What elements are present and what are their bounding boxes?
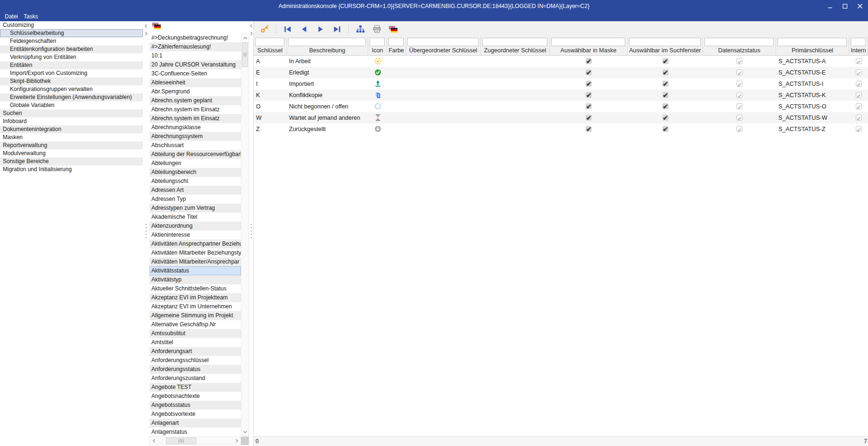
key-list-item[interactable]: Adressen Art [149, 186, 241, 195]
key-list-item[interactable]: Aktieninteresse [149, 231, 241, 240]
expand-sidebar-button[interactable] [143, 30, 149, 37]
column-filter-input[interactable] [482, 38, 547, 46]
checkbox-checked[interactable] [586, 58, 592, 64]
key-list-item[interactable]: Angebote TEST [149, 383, 241, 392]
collapse-key-list-button[interactable] [249, 23, 253, 29]
column-header[interactable]: Übergeordneter Schlüssel [406, 47, 480, 54]
key-list-horizontal-scrollbar[interactable] [149, 437, 241, 445]
splitter-grip[interactable] [251, 224, 252, 240]
sidebar-splitter[interactable] [143, 21, 149, 446]
print-button[interactable] [372, 24, 382, 34]
key-list-item[interactable]: Aktivitäten Mitarbeiter Beziehungsty [149, 248, 241, 257]
column-filter-input[interactable] [551, 38, 625, 46]
column-header[interactable]: Auswählbar im Suchfenster [628, 47, 703, 54]
key-list-item[interactable]: Abteilungsschl. [149, 177, 241, 186]
column-header[interactable]: Beschreibung [287, 47, 368, 54]
scroll-up-button[interactable] [241, 34, 248, 41]
column-filter-input[interactable] [629, 38, 701, 46]
sidebar-item[interactable]: Import/Export von Customizing [0, 69, 143, 77]
sidebar-item[interactable]: Customizing [0, 21, 143, 29]
table-row[interactable]: IImportiertS_ACTSTATUS-I [254, 78, 868, 90]
sidebar-item[interactable]: Reportverwaltung [0, 141, 143, 149]
checkbox-checked[interactable] [662, 115, 669, 121]
first-record-button[interactable] [282, 24, 293, 34]
checkbox-checked[interactable] [586, 115, 592, 121]
key-list-item[interactable]: #>Deckungsbeitragsrechnung! [149, 33, 241, 42]
collapse-sidebar-button[interactable] [143, 23, 149, 29]
key-list-item[interactable]: Alternative Geschäftsp.Nr [149, 320, 241, 329]
key-list-item[interactable]: Abteilungsbereich [149, 168, 241, 177]
column-header[interactable]: Icon [368, 47, 387, 54]
key-list-item[interactable]: Anlagenstatus [149, 428, 241, 437]
sidebar-item[interactable]: Sonstige Bereiche [0, 157, 143, 165]
key-list-item[interactable]: Anforderungsart [149, 347, 241, 356]
key-list-item[interactable]: Abrechnungssystem [149, 132, 241, 141]
table-row[interactable]: WWartet auf jemand anderenS_ACTSTATUS-W [254, 112, 868, 124]
column-header[interactable]: Intern [849, 47, 868, 54]
key-list-item[interactable]: Akademische Titel [149, 213, 241, 222]
key-list-item[interactable]: Ableseeinheit [149, 78, 241, 87]
scrollbar-thumb[interactable] [242, 42, 248, 67]
table-splitter[interactable] [249, 21, 253, 446]
key-list-item[interactable]: Adresstypen zum Vertrag [149, 204, 241, 213]
column-header[interactable]: Auswählbar in Maske [550, 47, 627, 54]
table-row[interactable]: KKonfliktkopieS_ACTSTATUS-K [254, 90, 868, 101]
column-header[interactable]: Farbe [387, 47, 405, 54]
key-list-item[interactable]: 3C-Confluence-Seiten [149, 69, 241, 78]
key-list-item[interactable]: Angebotsvortexte [149, 410, 241, 419]
key-list-item[interactable]: Aktivitätstyp [149, 275, 241, 284]
column-header[interactable]: Zugeordneter Schlüssel [481, 47, 549, 54]
key-list-item[interactable]: Aktueller Schnittstellen-Status [149, 284, 241, 293]
sidebar-item[interactable]: Modulverwaltung [0, 149, 143, 157]
key-list-item[interactable]: Angebotsstatus [149, 401, 241, 410]
previous-record-button[interactable] [299, 24, 309, 34]
column-filter-input[interactable] [288, 38, 366, 46]
key-list-item[interactable]: Abr.Sperrgrund [149, 87, 241, 96]
sidebar-item[interactable]: Dokumentenintegration [0, 125, 143, 133]
key-list-item[interactable]: Aktenzuordnung [149, 222, 241, 231]
menu-item-tasks[interactable]: Tasks [22, 13, 42, 21]
column-filter-input[interactable] [777, 38, 847, 46]
checkbox-checked[interactable] [586, 81, 592, 87]
sidebar-item[interactable]: Globale Variablen [0, 101, 143, 109]
sidebar-item[interactable]: Verknüpfung von Entitäten [0, 53, 143, 61]
key-list-item[interactable]: Akzeptanz EVI im Projektteam [149, 293, 241, 302]
key-list-item[interactable]: Amtstitel [149, 338, 241, 347]
hierarchy-button[interactable] [355, 24, 365, 34]
key-list-item[interactable]: Aktivitätsstatus [149, 266, 241, 275]
sidebar-item[interactable]: Feldeigenschaften [0, 37, 143, 45]
table-row[interactable]: ZZurückgestelltS_ACTSTATUS-Z [254, 124, 868, 135]
next-record-button[interactable] [315, 24, 326, 34]
column-header[interactable]: Datensatzstatus [703, 47, 776, 54]
key-list-item[interactable]: Anforderungsschlüssel [149, 356, 241, 365]
checkbox-checked[interactable] [662, 126, 669, 132]
column-filter-input[interactable] [370, 38, 385, 46]
key-list-item[interactable]: Abschlussart [149, 141, 241, 150]
sidebar-item[interactable]: Migration und Initialisierung [0, 165, 143, 173]
key-list-item[interactable]: Anlagenart [149, 419, 241, 428]
key-list-item[interactable]: Angebotsnachtexte [149, 392, 241, 401]
checkbox-checked[interactable] [586, 126, 592, 132]
key-list-item[interactable]: Abrechn.system im Einsatz [149, 105, 241, 114]
key-list-item[interactable]: #>Zählerfernauslesung! [149, 42, 241, 51]
checkbox-checked[interactable] [662, 81, 669, 87]
table-row[interactable]: EErledigtS_ACTSTATUS-E [254, 67, 868, 78]
sidebar-item[interactable]: Konfigurationsgruppen verwalten [0, 85, 143, 93]
checkbox-checked[interactable] [586, 103, 592, 109]
key-list-item[interactable]: Aktivitäten Ansprechpartner Beziehu [149, 240, 241, 248]
minimize-button[interactable] [827, 3, 833, 9]
key-list-item[interactable]: Abteilungen [149, 159, 241, 168]
column-header[interactable]: Primärschlüssel [776, 47, 849, 54]
sidebar-item[interactable]: Masken [0, 133, 143, 141]
key-list-item[interactable]: 10.1 [149, 51, 241, 60]
sidebar-item[interactable]: Entitätenkonfiguration bearbeiten [0, 45, 143, 53]
splitter-grip[interactable] [146, 224, 147, 240]
scroll-down-button[interactable] [241, 428, 248, 435]
column-header[interactable]: Schlüssel [254, 47, 286, 54]
sidebar-item[interactable]: Schlüsselbearbeitung [0, 29, 143, 37]
sidebar-item[interactable]: Erweiterte Einstellungen (Anwendungsvari… [0, 93, 143, 101]
key-list-item[interactable]: Abteilung der Ressourcenverfügbark [149, 150, 241, 159]
last-record-button[interactable] [332, 24, 342, 34]
menu-item-datei[interactable]: Datei [3, 13, 22, 21]
column-filter-input[interactable] [704, 38, 774, 46]
